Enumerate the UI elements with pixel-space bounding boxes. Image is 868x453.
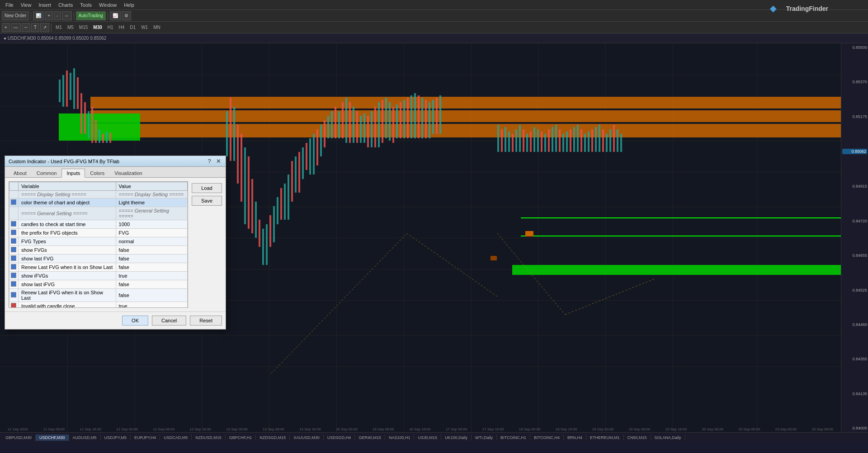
tf-h1[interactable]: H1 xyxy=(105,24,116,31)
row-value: false xyxy=(116,280,187,289)
tf-h4[interactable]: H4 xyxy=(117,24,127,31)
text-btn[interactable]: T xyxy=(31,23,39,32)
bottom-tab[interactable]: NZDUSD,M15 xyxy=(192,434,226,441)
zoom-out-btn[interactable]: - xyxy=(54,11,61,20)
row-icon xyxy=(9,198,19,207)
bottom-tab[interactable]: WTI,Daily xyxy=(472,434,497,441)
hline-btn[interactable]: ─ xyxy=(22,23,30,32)
reset-btn[interactable]: Reset xyxy=(190,316,222,326)
tradingfinder-logo: ◆ TradingFinder xyxy=(766,4,832,14)
bottom-tab[interactable]: XAUUSD,M30 xyxy=(290,434,324,441)
bottom-tab[interactable]: NZDSGD,M15 xyxy=(256,434,290,441)
indicator-dialog: Custom Indicator - Used FVG-iFVG MT4 By … xyxy=(5,156,226,330)
tab-inputs[interactable]: Inputs xyxy=(61,169,85,178)
scroll-btn[interactable]: ↔ xyxy=(62,11,72,20)
side-buttons: Load Save xyxy=(192,181,222,308)
row-icon xyxy=(9,207,19,220)
dialog-content: Variable Value ===== Display Setting ===… xyxy=(5,178,226,311)
row-icon xyxy=(9,289,19,302)
tab-about[interactable]: About xyxy=(9,169,32,177)
table-row[interactable]: show last FVGfalse xyxy=(9,255,188,263)
table-row[interactable]: show FVGsfalse xyxy=(9,246,188,255)
bottom-tab[interactable]: CN50,M15 xyxy=(624,434,651,441)
tf-d1[interactable]: D1 xyxy=(127,24,138,31)
crosshair-btn[interactable]: + xyxy=(2,23,10,32)
menu-help[interactable]: Help xyxy=(120,2,138,8)
row-value: ===== General Setting ===== xyxy=(116,207,187,220)
bottom-tab[interactable]: GBPCHF,H1 xyxy=(226,434,256,441)
bottom-tab[interactable]: USDSGD,H4 xyxy=(324,434,355,441)
bottom-tab[interactable]: AUDUSD,M5 xyxy=(69,434,101,441)
table-row[interactable]: the prefix for FVG objectsFVG xyxy=(9,229,188,237)
row-variable: candles to check at start time xyxy=(19,220,116,229)
bottom-tab[interactable]: NAS100,H1 xyxy=(385,434,415,441)
bottom-tab[interactable]: BRN,H4 xyxy=(564,434,586,441)
dialog-titlebar: Custom Indicator - Used FVG-iFVG MT4 By … xyxy=(5,156,226,167)
tf-m30[interactable]: M30 xyxy=(91,24,104,31)
bottom-tab[interactable]: GER40,M15 xyxy=(355,434,385,441)
row-value: Light theme xyxy=(116,198,187,207)
row-icon xyxy=(9,220,19,229)
tf-w1[interactable]: W1 xyxy=(139,24,150,31)
charts-btn[interactable]: 📊 xyxy=(33,11,44,20)
menu-file[interactable]: File xyxy=(2,2,17,8)
table-row[interactable]: show last iFVGfalse xyxy=(9,280,188,289)
row-value: true xyxy=(116,302,187,308)
toolbar-2: + — ─ T ↗ M1 M5 M15 M30 H1 H4 D1 W1 MN xyxy=(0,22,868,33)
table-row[interactable]: Invalid with candle closetrue xyxy=(9,302,188,308)
bottom-tab[interactable]: EURJPY,H4 xyxy=(131,434,160,441)
new-order-btn[interactable]: New Order xyxy=(2,11,29,20)
row-value: normal xyxy=(116,237,187,246)
bottom-tab[interactable]: BITCOINC,H4 xyxy=(530,434,564,441)
settings-btn[interactable]: ⚙ xyxy=(122,11,131,20)
table-row[interactable]: candles to check at start time1000 xyxy=(9,220,188,229)
ok-btn[interactable]: OK xyxy=(122,316,148,326)
table-row[interactable]: ===== General Setting ========== General… xyxy=(9,207,188,220)
dialog-help-btn[interactable]: ? xyxy=(206,158,213,165)
indicator-btn[interactable]: 📈 xyxy=(110,11,121,20)
line-btn[interactable]: — xyxy=(11,23,21,32)
cancel-btn[interactable]: Cancel xyxy=(152,316,186,326)
row-variable: Invalid with candle close xyxy=(19,302,116,308)
bottom-tab[interactable]: ETHEREUM,M1 xyxy=(586,434,624,441)
menu-charts[interactable]: Charts xyxy=(55,2,76,8)
load-btn[interactable]: Load xyxy=(192,183,222,193)
bottom-tab[interactable]: US30,M15 xyxy=(414,434,441,441)
arrow-btn[interactable]: ↗ xyxy=(40,23,49,32)
zoom-in-btn[interactable]: + xyxy=(45,11,53,20)
table-row[interactable]: Renew Last FVG when it is on Show Lastfa… xyxy=(9,263,188,272)
table-row[interactable]: Renew Last iFVG when it is on Show Lastf… xyxy=(9,289,188,302)
table-row[interactable]: show iFVGstrue xyxy=(9,272,188,280)
chart-area[interactable]: 11 Sep 202411 Sep 08:0011 Sep 16:0012 Se… xyxy=(0,43,868,432)
bottom-tab[interactable]: UK100,Daily xyxy=(441,434,472,441)
menu-window[interactable]: Window xyxy=(95,2,120,8)
menu-view[interactable]: View xyxy=(17,2,35,8)
bottom-tab[interactable]: USDCAD,M5 xyxy=(160,434,192,441)
bottom-tab[interactable]: SOLANA,Daily xyxy=(651,434,685,441)
save-btn[interactable]: Save xyxy=(192,196,222,206)
bottom-tab[interactable]: BITCOINC,H1 xyxy=(497,434,530,441)
bottom-tab[interactable]: USDJPY,M5 xyxy=(101,434,131,441)
bottom-tab[interactable]: USDCHF,M30 xyxy=(36,434,69,441)
row-value: false xyxy=(116,289,187,302)
dialog-close-btn[interactable]: ✕ xyxy=(215,158,222,165)
bottom-tab[interactable]: GBPUSD,M30 xyxy=(2,434,36,441)
table-row[interactable]: color theme of chart and objectLight the… xyxy=(9,198,188,207)
row-variable: Renew Last FVG when it is on Show Last xyxy=(19,263,116,272)
table-row[interactable]: ===== Display Setting ========== Display… xyxy=(9,191,188,198)
tf-m15[interactable]: M15 xyxy=(77,24,90,31)
table-row[interactable]: FVG Typesnormal xyxy=(9,237,188,246)
tf-m5[interactable]: M5 xyxy=(65,24,76,31)
tab-colors[interactable]: Colors xyxy=(85,169,109,177)
menu-tools[interactable]: Tools xyxy=(76,2,95,8)
tab-common[interactable]: Common xyxy=(32,169,62,177)
tab-visualization[interactable]: Visualization xyxy=(109,169,147,177)
menu-insert[interactable]: Insert xyxy=(35,2,55,8)
params-table-wrapper[interactable]: Variable Value ===== Display Setting ===… xyxy=(9,181,188,308)
row-value: false xyxy=(116,246,187,255)
tf-mn[interactable]: MN xyxy=(151,24,163,31)
autotrading-btn[interactable]: AutoTrading xyxy=(76,11,106,20)
dialog-title: Custom Indicator - Used FVG-iFVG MT4 By … xyxy=(9,159,119,164)
tf-m1[interactable]: M1 xyxy=(53,24,64,31)
symbol-info: ● USDCHF,M30 0.85064 0.85099 0.85020 0.8… xyxy=(4,36,106,41)
